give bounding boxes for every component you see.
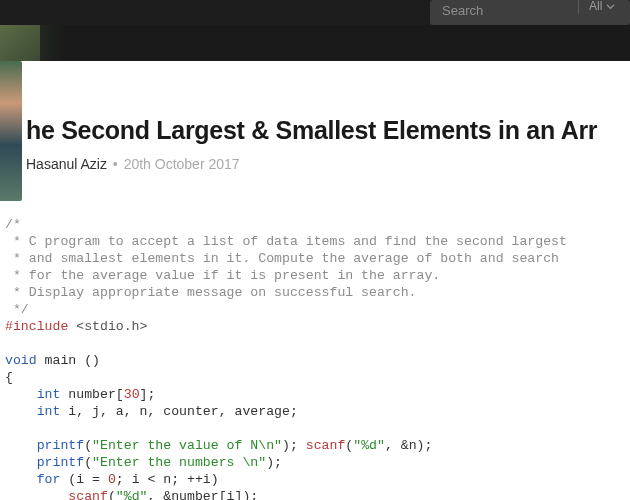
code-comment: * and smallest elements in it. Compute t… xyxy=(5,251,559,266)
chevron-down-icon xyxy=(606,2,615,11)
code-indent xyxy=(5,455,37,470)
code-text: ]; xyxy=(140,387,156,402)
search-divider xyxy=(578,0,579,14)
code-number: 0 xyxy=(108,472,116,487)
code-text: main () xyxy=(37,353,100,368)
code-text: ); xyxy=(282,438,306,453)
search-filter-dropdown[interactable]: All xyxy=(589,0,615,12)
code-string: "%d" xyxy=(116,489,148,500)
code-text: { xyxy=(5,370,13,385)
post-date: 20th October 2017 xyxy=(124,156,240,172)
code-keyword: int xyxy=(37,404,61,419)
code-keyword: for xyxy=(37,472,61,487)
code-string: "Enter the numbers \n" xyxy=(92,455,266,470)
code-string: "Enter the value of N\n" xyxy=(92,438,282,453)
code-text: ; i < n; ++i) xyxy=(116,472,219,487)
code-keyword: void xyxy=(5,353,37,368)
byline-dot: • xyxy=(113,156,118,172)
code-comment: * C program to accept a list of data ite… xyxy=(5,234,567,249)
code-func: printf xyxy=(37,455,84,470)
code-text: (i = xyxy=(60,472,107,487)
author-link[interactable]: Hasanul Aziz xyxy=(26,156,107,172)
code-text: ( xyxy=(108,489,116,500)
search-input[interactable] xyxy=(442,0,572,20)
code-comment: */ xyxy=(5,302,29,317)
code-text: ); xyxy=(266,455,282,470)
page-title: he Second Largest & Smallest Elements in… xyxy=(24,61,630,145)
code-preproc: #include xyxy=(5,319,68,334)
code-indent xyxy=(5,387,37,402)
code-indent xyxy=(5,438,37,453)
code-number: 30 xyxy=(124,387,140,402)
avatar[interactable] xyxy=(0,61,22,201)
code-block: /* * C program to accept a list of data … xyxy=(5,216,630,500)
code-text: ( xyxy=(84,438,92,453)
code-indent xyxy=(5,489,68,500)
top-bar: All xyxy=(0,0,630,25)
byline: Hasanul Aziz • 20th October 2017 xyxy=(24,156,630,172)
code-string: "%d" xyxy=(353,438,385,453)
code-indent xyxy=(5,404,37,419)
code-comment: * Display appropriate message on success… xyxy=(5,285,417,300)
code-text: , &number[i]); xyxy=(147,489,258,500)
code-include-file: <stdio.h> xyxy=(68,319,147,334)
code-func: printf xyxy=(37,438,84,453)
search-box[interactable]: All xyxy=(430,0,630,25)
code-keyword: int xyxy=(37,387,61,402)
code-func: scanf xyxy=(68,489,108,500)
code-text: i, j, a, n, counter, average; xyxy=(60,404,297,419)
banner xyxy=(0,25,630,61)
code-func: scanf xyxy=(306,438,346,453)
code-text: number[ xyxy=(60,387,123,402)
search-filter-label: All xyxy=(589,0,602,12)
code-text: , &n); xyxy=(385,438,432,453)
code-comment: /* xyxy=(5,217,21,232)
code-indent xyxy=(5,472,37,487)
content-area: he Second Largest & Smallest Elements in… xyxy=(0,61,630,500)
code-comment: * for the average value if it is present… xyxy=(5,268,440,283)
code-text: ( xyxy=(84,455,92,470)
banner-thumbnail xyxy=(0,25,40,61)
